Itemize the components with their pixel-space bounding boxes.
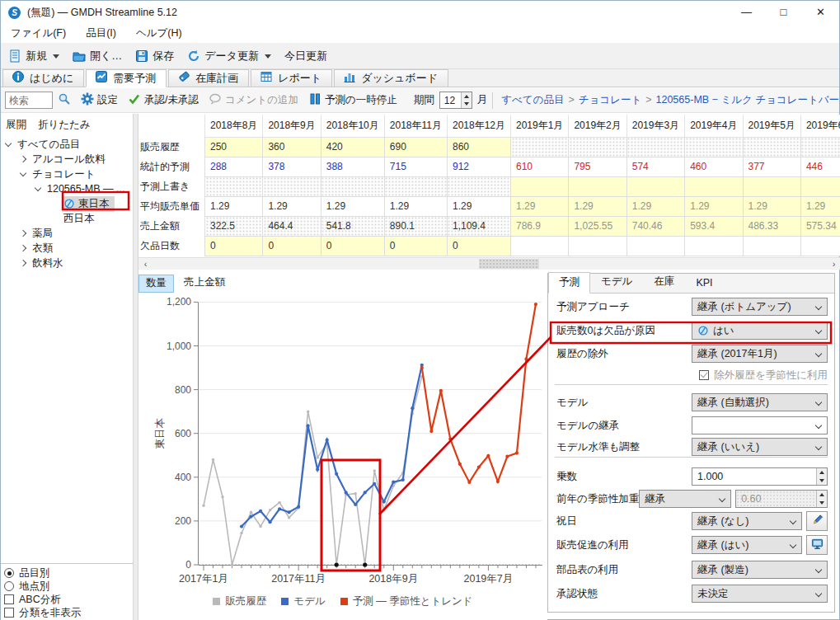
radio-icon[interactable] bbox=[4, 568, 14, 578]
chevron-right-icon[interactable] bbox=[20, 156, 26, 162]
table-cell[interactable] bbox=[384, 176, 447, 196]
table-cell[interactable]: 1,109.4 bbox=[447, 216, 510, 236]
select-0[interactable]: 継承 (ボトムアップ) bbox=[692, 298, 828, 316]
refresh-data-button[interactable]: データ更新 bbox=[181, 46, 277, 66]
collapse-all-link[interactable]: 折りたたみ bbox=[38, 118, 91, 132]
tab-home[interactable]: はじめに bbox=[2, 69, 84, 87]
new-dropdown-caret[interactable] bbox=[53, 54, 59, 59]
minimize-button[interactable]: — bbox=[728, 2, 765, 23]
checkbox-icon[interactable] bbox=[4, 608, 14, 618]
table-cell[interactable]: 250 bbox=[205, 137, 263, 157]
chevron-right-icon[interactable] bbox=[20, 230, 26, 237]
checkbox-icon[interactable] bbox=[4, 594, 14, 604]
select-7[interactable]: 継承 (いいえ) bbox=[692, 438, 828, 456]
table-cell[interactable]: 715 bbox=[384, 157, 447, 176]
table-cell[interactable]: 0 bbox=[384, 236, 447, 256]
scroll-left-arrow[interactable]: ‹ bbox=[139, 258, 152, 270]
table-cell[interactable]: 464.4 bbox=[263, 216, 321, 236]
table-cell[interactable]: 1.29 bbox=[321, 196, 384, 216]
tree-item-6[interactable]: 薬局 bbox=[1, 226, 133, 241]
table-cell[interactable]: 575.34 bbox=[800, 216, 840, 236]
table-cell[interactable]: 1,025.55 bbox=[569, 216, 626, 236]
table-cell[interactable]: 890.1 bbox=[384, 216, 447, 236]
radio-icon[interactable] bbox=[4, 581, 14, 591]
tree-item-2[interactable]: チョコレート bbox=[1, 167, 133, 181]
table-cell[interactable] bbox=[800, 137, 840, 157]
tree-item-3[interactable]: 120565-MB — ... bbox=[1, 181, 133, 196]
table-cell[interactable]: 420 bbox=[321, 137, 384, 157]
table-cell[interactable] bbox=[321, 176, 384, 196]
table-cell[interactable]: 378 bbox=[263, 157, 321, 176]
select-12[interactable]: 継承 (はい) bbox=[692, 536, 802, 554]
tree-item-7[interactable]: 衣類 bbox=[1, 241, 133, 256]
period-spinner[interactable]: 12 bbox=[439, 92, 472, 109]
tab-demand-forecast[interactable]: 需要予測 bbox=[86, 69, 167, 87]
search-button[interactable] bbox=[53, 91, 76, 110]
table-cell[interactable] bbox=[511, 137, 569, 157]
checkbox-icon[interactable] bbox=[699, 370, 709, 380]
table-cell[interactable]: 446 bbox=[800, 157, 840, 176]
select-11[interactable]: 継承 (なし) bbox=[692, 512, 802, 530]
table-cell[interactable] bbox=[511, 236, 569, 256]
checkbox-hide-categories[interactable]: 分類を非表示 bbox=[4, 606, 133, 619]
table-cell[interactable]: 0 bbox=[205, 236, 263, 256]
panel-tab-forecast[interactable]: 予測 bbox=[548, 272, 590, 294]
table-cell[interactable]: 1.29 bbox=[626, 196, 684, 216]
tree-item-0[interactable]: すべての品目 bbox=[1, 137, 133, 152]
select-5[interactable]: 継承 (自動選択) bbox=[692, 393, 828, 411]
table-cell[interactable] bbox=[205, 176, 263, 196]
chevron-right-icon[interactable] bbox=[20, 260, 26, 266]
breadcrumb-item[interactable]: すべての品目 bbox=[501, 94, 564, 106]
table-cell[interactable]: 0 bbox=[263, 236, 321, 256]
table-cell[interactable]: 486.33 bbox=[743, 216, 800, 236]
table-cell[interactable]: 795 bbox=[569, 157, 626, 176]
table-cell[interactable]: 1.29 bbox=[569, 196, 626, 216]
breadcrumb-item[interactable]: チョコレート bbox=[579, 94, 641, 106]
pause-forecast-button[interactable]: 予測の一時停止 bbox=[303, 91, 402, 110]
table-cell[interactable]: 1.29 bbox=[263, 196, 321, 216]
table-cell[interactable] bbox=[743, 137, 800, 157]
seasonality-weight-select[interactable]: 継承 bbox=[639, 490, 731, 508]
table-cell[interactable]: 460 bbox=[685, 157, 743, 176]
maximize-button[interactable]: □ bbox=[765, 2, 802, 23]
select-6[interactable] bbox=[692, 416, 828, 434]
table-cell[interactable]: 541.8 bbox=[321, 216, 384, 236]
checkbox-abc-analysis[interactable]: ABC分析 bbox=[4, 593, 133, 606]
table-cell[interactable]: 0 bbox=[321, 236, 384, 256]
breadcrumb-item[interactable]: 120565-MB − ミルク チョコレートバー 200g [売上0は欠品が bbox=[656, 94, 839, 106]
table-cell[interactable]: 322.5 bbox=[205, 216, 263, 236]
expand-all-link[interactable]: 展開 bbox=[6, 118, 26, 132]
table-horizontal-scrollbar[interactable]: ‹ › bbox=[138, 257, 840, 270]
panel-tab-inventory[interactable]: 在庫 bbox=[643, 271, 685, 293]
select-13[interactable]: 継承 (製造) bbox=[692, 561, 828, 579]
table-cell[interactable]: 0 bbox=[447, 236, 510, 256]
panel-tab-model[interactable]: モデル bbox=[590, 271, 643, 293]
table-cell[interactable]: 610 bbox=[511, 157, 569, 176]
tab-dashboard[interactable]: ダッシュボード bbox=[334, 69, 448, 87]
new-button[interactable]: 新規 bbox=[2, 46, 65, 66]
tree-item-selected[interactable]: 東日本 bbox=[1, 196, 133, 211]
table-cell[interactable] bbox=[743, 236, 800, 256]
table-cell[interactable] bbox=[569, 236, 626, 256]
radio-by-location[interactable]: 地点別 bbox=[4, 580, 133, 593]
table-cell[interactable] bbox=[800, 176, 840, 196]
update-today-button[interactable]: 今日更新 bbox=[279, 46, 333, 66]
table-cell[interactable]: 593.4 bbox=[685, 216, 743, 236]
table-cell[interactable]: 377 bbox=[743, 157, 800, 176]
table-cell[interactable] bbox=[569, 137, 626, 157]
table-cell[interactable] bbox=[685, 236, 743, 256]
scrollbar-thumb[interactable] bbox=[479, 259, 539, 269]
chevron-down-icon[interactable] bbox=[20, 169, 26, 176]
settings-button[interactable]: 設定 bbox=[76, 91, 123, 110]
multiplier-spinner[interactable]: 1.000 bbox=[692, 467, 828, 486]
table-cell[interactable]: 860 bbox=[447, 137, 510, 157]
refresh-dropdown-caret[interactable] bbox=[265, 54, 271, 59]
radio-by-item[interactable]: 品目別 bbox=[4, 566, 133, 580]
sidebar-splitter[interactable] bbox=[133, 114, 138, 620]
open-button[interactable]: 開く… bbox=[67, 46, 128, 66]
table-cell[interactable]: 1.29 bbox=[743, 196, 800, 216]
table-cell[interactable] bbox=[626, 236, 684, 256]
table-cell[interactable] bbox=[800, 236, 840, 256]
tab-inventory-plan[interactable]: 在庫計画 bbox=[168, 69, 249, 87]
table-cell[interactable]: 1.29 bbox=[685, 196, 743, 216]
